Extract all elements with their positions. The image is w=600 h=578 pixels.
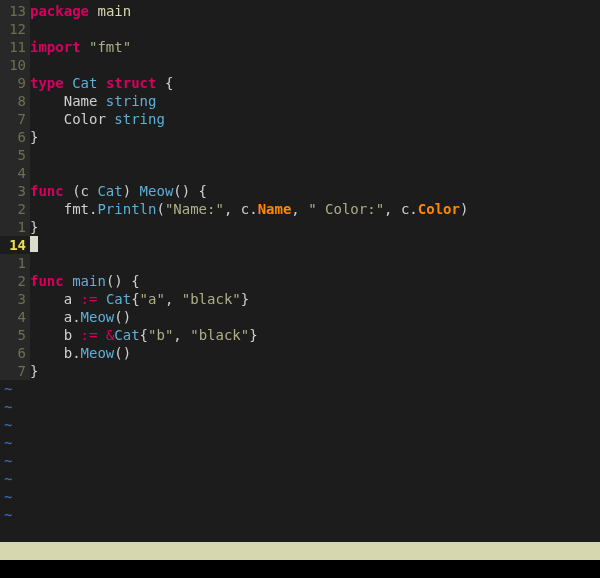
token-punc: { <box>140 327 148 343</box>
token-punc: a <box>30 291 81 307</box>
token-punc <box>64 273 72 289</box>
command-line[interactable]: vim-go: [test] PASS <box>0 560 600 578</box>
token-kw: type <box>30 75 64 91</box>
token-punc: (c <box>64 183 98 199</box>
token-fld: Color <box>418 201 460 217</box>
code-line[interactable]: package main <box>30 2 468 20</box>
code-line[interactable]: } <box>30 128 468 146</box>
token-punc: Name <box>30 93 106 109</box>
line-number: 1 <box>0 254 30 272</box>
editor-viewport[interactable]: 13121110987654321141234567 package maini… <box>0 0 600 578</box>
token-kw: func <box>30 273 64 289</box>
tilde-icon: ~ <box>4 452 12 470</box>
token-str: "Name:" <box>165 201 224 217</box>
line-number-gutter: 13121110987654321141234567 <box>0 0 30 380</box>
line-number: 8 <box>0 92 30 110</box>
token-punc: , c. <box>384 201 418 217</box>
token-typ: Meow <box>81 309 115 325</box>
token-punc: a. <box>30 309 81 325</box>
token-typ: Cat <box>114 327 139 343</box>
token-str: " Color:" <box>308 201 384 217</box>
empty-line-tildes: ~~~~~~~~ <box>4 380 12 524</box>
token-punc: () <box>114 345 131 361</box>
line-number: 11 <box>0 38 30 56</box>
code-line[interactable]: } <box>30 218 468 236</box>
token-pkg: main <box>97 3 131 19</box>
line-number: 6 <box>0 128 30 146</box>
token-str: "a" <box>140 291 165 307</box>
code-line[interactable]: b := &Cat{"b", "black"} <box>30 326 468 344</box>
token-punc: () { <box>173 183 207 199</box>
token-typ: Cat <box>97 183 122 199</box>
token-typ: Cat <box>106 291 131 307</box>
code-line[interactable]: type Cat struct { <box>30 74 468 92</box>
token-str: "b" <box>148 327 173 343</box>
line-number: 6 <box>0 344 30 362</box>
token-punc: } <box>30 363 38 379</box>
token-punc: ) <box>123 183 140 199</box>
token-punc: , c. <box>224 201 258 217</box>
token-typ: main <box>72 273 106 289</box>
token-punc: ( <box>156 201 164 217</box>
code-line[interactable]: func main() { <box>30 272 468 290</box>
code-line[interactable]: Name string <box>30 92 468 110</box>
token-typ: string <box>114 111 165 127</box>
code-line[interactable] <box>30 236 468 254</box>
cursor <box>30 236 38 252</box>
code-line[interactable] <box>30 254 468 272</box>
code-line[interactable]: a.Meow() <box>30 308 468 326</box>
code-line[interactable]: func (c Cat) Meow() { <box>30 182 468 200</box>
line-number: 3 <box>0 182 30 200</box>
code-line[interactable]: } <box>30 362 468 380</box>
line-number: 10 <box>0 56 30 74</box>
tilde-icon: ~ <box>4 488 12 506</box>
token-punc: { <box>156 75 173 91</box>
line-number: 13 <box>0 2 30 20</box>
code-line[interactable] <box>30 146 468 164</box>
token-kw: struct <box>106 75 157 91</box>
line-number: 4 <box>0 164 30 182</box>
token-typ: Meow <box>140 183 174 199</box>
token-kw: package <box>30 3 89 19</box>
code-line[interactable] <box>30 164 468 182</box>
token-punc: , <box>173 327 190 343</box>
token-punc: } <box>241 291 249 307</box>
line-number: 5 <box>0 146 30 164</box>
token-punc <box>81 39 89 55</box>
line-number: 9 <box>0 74 30 92</box>
token-fld: Name <box>258 201 292 217</box>
token-punc: () { <box>106 273 140 289</box>
tilde-icon: ~ <box>4 434 12 452</box>
token-typ: Meow <box>81 345 115 361</box>
token-op: := <box>81 291 98 307</box>
token-punc: b <box>30 327 81 343</box>
token-punc: b. <box>30 345 81 361</box>
token-punc: { <box>131 291 139 307</box>
code-line[interactable] <box>30 56 468 74</box>
token-punc: ) <box>460 201 468 217</box>
line-number: 5 <box>0 326 30 344</box>
status-bar: NORMAL test.go[+] <box>0 542 600 560</box>
code-line[interactable]: fmt.Println("Name:", c.Name, " Color:", … <box>30 200 468 218</box>
line-number: 7 <box>0 362 30 380</box>
token-punc <box>97 291 105 307</box>
code-line[interactable]: import "fmt" <box>30 38 468 56</box>
token-punc: } <box>30 219 38 235</box>
token-punc <box>97 75 105 91</box>
code-line[interactable]: b.Meow() <box>30 344 468 362</box>
tilde-icon: ~ <box>4 470 12 488</box>
tilde-icon: ~ <box>4 416 12 434</box>
line-number: 2 <box>0 200 30 218</box>
tilde-icon: ~ <box>4 398 12 416</box>
line-number: 1 <box>0 218 30 236</box>
token-kw: import <box>30 39 81 55</box>
code-line[interactable] <box>30 20 468 38</box>
code-line[interactable]: a := Cat{"a", "black"} <box>30 290 468 308</box>
token-str: "black" <box>190 327 249 343</box>
line-number: 4 <box>0 308 30 326</box>
code-line[interactable]: Color string <box>30 110 468 128</box>
line-number: 14 <box>0 236 30 254</box>
token-punc <box>97 327 105 343</box>
token-kw: func <box>30 183 64 199</box>
code-area[interactable]: package mainimport "fmt"type Cat struct … <box>30 0 468 380</box>
